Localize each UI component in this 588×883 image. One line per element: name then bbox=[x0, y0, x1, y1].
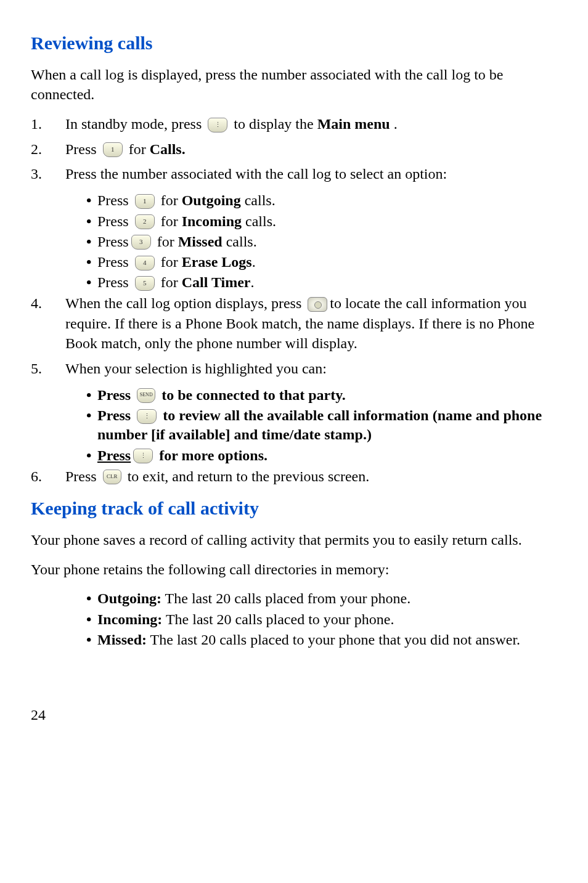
menu-key-icon: ⋮ bbox=[133, 449, 153, 463]
text: Press bbox=[97, 447, 131, 463]
key-1-icon: 1 bbox=[103, 142, 123, 157]
text: calls. bbox=[241, 192, 276, 208]
label: Missed bbox=[178, 234, 223, 250]
bullet-icon: • bbox=[86, 191, 97, 210]
text: Press bbox=[97, 192, 133, 208]
directory-outgoing: • Outgoing: The last 20 calls placed fro… bbox=[86, 589, 563, 608]
text: to review all the available call informa… bbox=[97, 407, 542, 442]
bullet-icon: • bbox=[86, 589, 97, 608]
label: Erase Logs bbox=[182, 254, 252, 270]
text: for bbox=[129, 141, 150, 157]
option-call-timer: • Press 5 for Call Timer. bbox=[86, 273, 563, 292]
text: for more options. bbox=[155, 447, 267, 463]
key-5-icon: 5 bbox=[135, 276, 155, 291]
text: for bbox=[153, 234, 178, 250]
paragraph: Your phone saves a record of calling act… bbox=[31, 530, 563, 550]
text: In standby mode, press bbox=[65, 116, 205, 132]
bullet-icon: • bbox=[86, 253, 97, 272]
option-erase-logs: • Press 4 for Erase Logs. bbox=[86, 253, 563, 272]
heading-keeping-track: Keeping track of call activity bbox=[31, 496, 563, 521]
text: calls. bbox=[223, 234, 257, 250]
text: . bbox=[394, 116, 398, 132]
bullet-icon: • bbox=[86, 610, 97, 629]
option-more: • Press⋮ for more options. bbox=[86, 446, 563, 465]
step-4: 4. When the call log option displays, pr… bbox=[31, 293, 563, 353]
directory-incoming: • Incoming: The last 20 calls placed to … bbox=[86, 610, 563, 629]
step-number: 4. bbox=[31, 293, 65, 313]
text: for bbox=[157, 274, 182, 290]
nav-key-icon bbox=[308, 297, 327, 312]
text: Press bbox=[97, 234, 129, 250]
text: . bbox=[252, 254, 256, 270]
option-review: • Press ⋮ to review all the available ca… bbox=[86, 406, 563, 444]
text: The last 20 calls placed from your phone… bbox=[161, 590, 410, 606]
label: Call Timer bbox=[182, 274, 251, 290]
text: The last 20 calls placed to your phone. bbox=[162, 611, 394, 627]
directories-list: • Outgoing: The last 20 calls placed fro… bbox=[86, 589, 563, 649]
directory-missed: • Missed: The last 20 calls placed to yo… bbox=[86, 630, 563, 649]
step-2: 2. Press 1 for Calls. bbox=[31, 139, 563, 159]
text: Press bbox=[97, 213, 133, 229]
text: When the call log option displays, press bbox=[65, 295, 305, 311]
text: calls. bbox=[242, 213, 276, 229]
clr-key-icon: CLR bbox=[103, 470, 121, 484]
text: to exit, and return to the previous scre… bbox=[124, 468, 370, 484]
step-number: 3. bbox=[31, 164, 65, 184]
bullet-icon: • bbox=[86, 386, 97, 405]
key-3-icon: 3 bbox=[131, 235, 151, 250]
text: for bbox=[157, 213, 182, 229]
step3-options: • Press 1 for Outgoing calls. • Press 2 … bbox=[86, 191, 563, 292]
label: Incoming: bbox=[97, 611, 162, 627]
option-missed: • Press3 for Missed calls. bbox=[86, 232, 563, 251]
label: Incoming bbox=[182, 213, 242, 229]
heading-reviewing-calls: Reviewing calls bbox=[31, 31, 563, 56]
steps-list-end: 6. Press CLR to exit, and return to the … bbox=[31, 466, 563, 486]
step-number: 6. bbox=[31, 466, 65, 486]
key-1-icon: 1 bbox=[135, 194, 155, 209]
step-number: 1. bbox=[31, 114, 65, 134]
bullet-icon: • bbox=[86, 630, 97, 649]
option-outgoing: • Press 1 for Outgoing calls. bbox=[86, 191, 563, 210]
step-5: 5. When your selection is highlighted yo… bbox=[31, 359, 563, 378]
text: Press bbox=[65, 468, 100, 484]
bullet-icon: • bbox=[86, 446, 97, 465]
label: Outgoing bbox=[182, 192, 241, 208]
label: Missed: bbox=[97, 632, 147, 648]
label-calls: Calls. bbox=[150, 141, 186, 157]
text: Press bbox=[97, 274, 133, 290]
bullet-icon: • bbox=[86, 406, 97, 425]
step-6: 6. Press CLR to exit, and return to the … bbox=[31, 466, 563, 486]
text: When your selection is highlighted you c… bbox=[65, 359, 563, 378]
menu-key-icon: ⋮ bbox=[208, 118, 227, 132]
text: Press the number associated with the cal… bbox=[65, 164, 563, 184]
step-number: 2. bbox=[31, 139, 65, 159]
option-incoming: • Press 2 for Incoming calls. bbox=[86, 212, 563, 231]
steps-list-continued: 4. When the call log option displays, pr… bbox=[31, 293, 563, 378]
bullet-icon: • bbox=[86, 232, 97, 251]
text: to be connected to that party. bbox=[158, 387, 346, 403]
send-key-icon: SEND bbox=[137, 388, 155, 403]
text: Press bbox=[97, 387, 134, 403]
key-4-icon: 4 bbox=[135, 256, 155, 271]
text: Press bbox=[97, 407, 134, 423]
menu-key-icon: ⋮ bbox=[137, 409, 157, 424]
text: Press bbox=[65, 141, 100, 157]
label: Outgoing: bbox=[97, 590, 161, 606]
page-number: 24 bbox=[31, 705, 563, 725]
label-main-menu: Main menu bbox=[317, 116, 390, 132]
option-connect: • Press SEND to be connected to that par… bbox=[86, 386, 563, 405]
step-1: 1. In standby mode, press ⋮ to display t… bbox=[31, 114, 563, 134]
text: to display the bbox=[234, 116, 317, 132]
text: for bbox=[157, 254, 182, 270]
key-2-icon: 2 bbox=[135, 214, 155, 229]
steps-list: 1. In standby mode, press ⋮ to display t… bbox=[31, 114, 563, 184]
text: for bbox=[157, 192, 182, 208]
text: . bbox=[250, 274, 254, 290]
bullet-icon: • bbox=[86, 273, 97, 292]
step-3: 3. Press the number associated with the … bbox=[31, 164, 563, 184]
bullet-icon: • bbox=[86, 212, 97, 231]
step5-options: • Press SEND to be connected to that par… bbox=[86, 386, 563, 465]
intro-paragraph: When a call log is displayed, press the … bbox=[31, 65, 563, 105]
text: The last 20 calls placed to your phone t… bbox=[147, 632, 520, 648]
text: Press bbox=[97, 254, 133, 270]
